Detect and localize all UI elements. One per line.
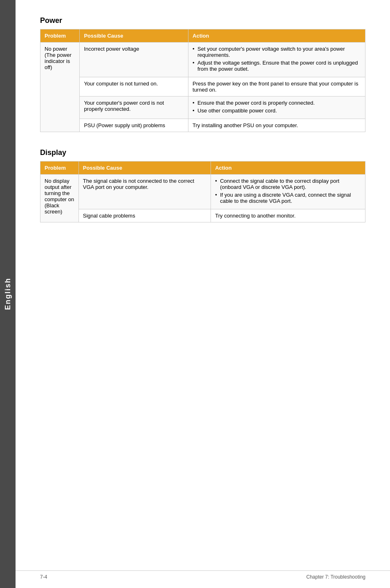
display-section: Display Problem Possible Cause Action No… bbox=[40, 148, 365, 222]
table-row: Signal cable problemsTry connecting to a… bbox=[40, 209, 365, 222]
table-row: Your computer's power cord is not proper… bbox=[40, 97, 365, 119]
sidebar: English bbox=[0, 0, 16, 588]
power-col-action: Action bbox=[188, 29, 365, 43]
table-row: No displayoutput afterturning thecompute… bbox=[40, 175, 365, 209]
sidebar-label: English bbox=[4, 278, 12, 310]
list-item: Set your computer's power voltage switch… bbox=[193, 46, 361, 58]
page-footer: 7-4 Chapter 7: Troubleshooting bbox=[16, 570, 390, 580]
main-content: Power Problem Possible Cause Action No p… bbox=[16, 0, 390, 263]
power-table-header-row: Problem Possible Cause Action bbox=[40, 29, 365, 43]
list-item: Adjust the voltage settings. Ensure that… bbox=[193, 60, 361, 72]
table-row: No power(The powerindicator is off)Incor… bbox=[40, 43, 365, 77]
chapter-label: Chapter 7: Troubleshooting bbox=[306, 574, 365, 580]
display-title: Display bbox=[40, 148, 365, 157]
power-problem-cell: No power(The powerindicator is off) bbox=[40, 43, 80, 132]
power-col-cause: Possible Cause bbox=[80, 29, 188, 43]
power-action-cell: Try installing another PSU on your compu… bbox=[188, 119, 365, 132]
table-row: Your computer is not turned on.Press the… bbox=[40, 77, 365, 97]
display-action-cell: Try connecting to another monitor. bbox=[211, 209, 365, 222]
power-col-problem: Problem bbox=[40, 29, 80, 43]
display-table-header-row: Problem Possible Cause Action bbox=[40, 162, 365, 175]
display-cause-cell: Signal cable problems bbox=[78, 209, 211, 222]
display-cause-cell: The signal cable is not connected to the… bbox=[78, 175, 211, 209]
list-item: If you are using a discrete VGA card, co… bbox=[215, 192, 361, 204]
power-table: Problem Possible Cause Action No power(T… bbox=[40, 29, 365, 132]
display-action-cell: Connect the signal cable to the correct … bbox=[211, 175, 365, 209]
list-item: Ensure that the power cord is properly c… bbox=[193, 100, 361, 106]
display-col-cause: Possible Cause bbox=[78, 162, 211, 175]
display-table: Problem Possible Cause Action No display… bbox=[40, 161, 365, 222]
page-number: 7-4 bbox=[40, 574, 47, 580]
power-action-cell: Press the power key on the front panel t… bbox=[188, 77, 365, 97]
power-cause-cell: Your computer's power cord is not proper… bbox=[80, 97, 188, 119]
table-row: PSU (Power supply unit) problemsTry inst… bbox=[40, 119, 365, 132]
power-title: Power bbox=[40, 16, 365, 25]
power-section: Power Problem Possible Cause Action No p… bbox=[40, 16, 365, 132]
display-col-problem: Problem bbox=[40, 162, 79, 175]
list-item: Connect the signal cable to the correct … bbox=[215, 178, 361, 190]
list-item: Use other compatible power cord. bbox=[193, 108, 361, 114]
display-col-action: Action bbox=[211, 162, 365, 175]
power-cause-cell: Incorrect power voltage bbox=[80, 43, 188, 77]
power-action-cell: Set your computer's power voltage switch… bbox=[188, 43, 365, 77]
display-problem-cell: No displayoutput afterturning thecompute… bbox=[40, 175, 79, 222]
power-action-cell: Ensure that the power cord is properly c… bbox=[188, 97, 365, 119]
power-cause-cell: Your computer is not turned on. bbox=[80, 77, 188, 97]
power-cause-cell: PSU (Power supply unit) problems bbox=[80, 119, 188, 132]
